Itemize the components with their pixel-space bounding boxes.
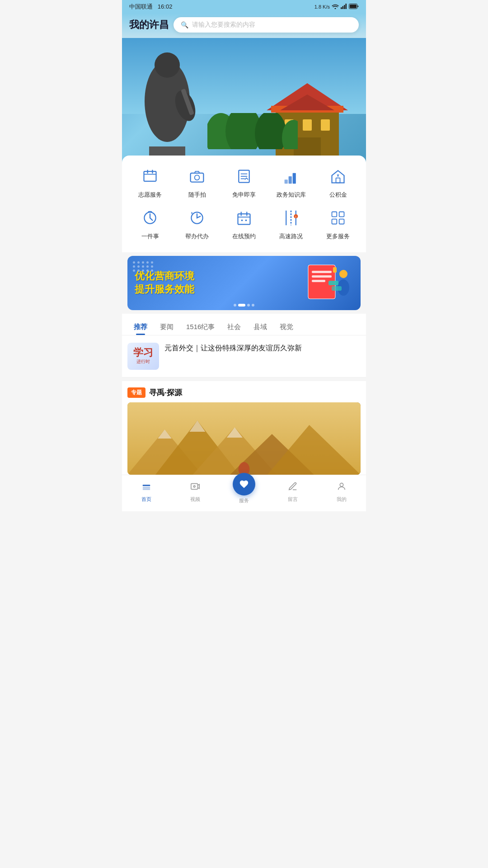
svg-rect-51 (332, 212, 337, 217)
news-list: 学习 进行时 元首外交｜让这份特殊深厚的友谊历久弥新 (122, 335, 366, 377)
status-indicators: 1.8 K/s (314, 4, 359, 10)
tab-county[interactable]: 县域 (247, 319, 273, 335)
service-label-free-apply: 免申即享 (232, 191, 256, 199)
tab-visual[interactable]: 视觉 (273, 319, 300, 335)
hero-trees (207, 113, 317, 151)
svg-rect-52 (339, 212, 344, 217)
service-icon-one-thing (138, 206, 162, 230)
nav-video[interactable]: 视频 (177, 481, 213, 503)
svg-rect-40 (238, 214, 250, 224)
promotion-banner[interactable]: 优化营商环境提升服务效能 (127, 256, 361, 310)
services-row-1: 志愿服务 随手拍 免申即享 政务知识库 ¥ 公积金 (127, 165, 361, 199)
service-free-apply[interactable]: 免申即享 (224, 165, 264, 199)
nav-icon-message (288, 481, 298, 494)
service-agent[interactable]: 帮办代办 (177, 206, 217, 241)
banner-decoration (133, 261, 154, 272)
banner-dot-2[interactable] (247, 304, 250, 307)
wifi-icon (332, 4, 339, 10)
svg-rect-58 (312, 280, 325, 282)
service-label-one-thing: 一件事 (141, 232, 159, 241)
svg-rect-74 (143, 485, 150, 486)
banner-text: 优化营商环境提升服务效能 (135, 270, 304, 296)
svg-point-45 (245, 220, 247, 222)
svg-rect-61 (333, 267, 337, 273)
carrier-time: 中国联通 16:02 (129, 3, 172, 11)
svg-point-21 (255, 113, 286, 149)
search-bar[interactable]: 🔍 请输入您要搜索的内容 (174, 17, 359, 33)
svg-rect-1 (343, 6, 344, 9)
svg-rect-17 (321, 119, 330, 131)
svg-rect-53 (332, 219, 337, 224)
banner-dot-1[interactable] (238, 304, 245, 307)
nav-icon-service (233, 473, 255, 495)
service-icon-agent (185, 206, 209, 230)
news-item[interactable]: 学习 进行时 元首外交｜让这份特殊深厚的友谊历久弥新 (122, 335, 366, 377)
battery-icon (349, 4, 359, 10)
network-speed: 1.8 K/s (314, 4, 330, 9)
svg-rect-35 (293, 173, 296, 184)
svg-rect-36 (336, 178, 340, 183)
nav-home[interactable]: 首页 (128, 481, 164, 503)
nav-label-home: 首页 (141, 496, 151, 503)
topic-image[interactable] (127, 402, 361, 475)
svg-rect-0 (341, 7, 342, 9)
service-fund[interactable]: ¥ 公积金 (318, 165, 358, 199)
svg-rect-5 (350, 5, 357, 8)
service-icon-free-apply (232, 165, 256, 188)
service-more[interactable]: 更多服务 (318, 206, 358, 241)
nav-service[interactable]: 服务 (226, 480, 262, 504)
service-icon-photo (185, 165, 209, 188)
svg-rect-62 (328, 281, 338, 285)
svg-text:¥: ¥ (337, 173, 339, 178)
svg-rect-56 (312, 271, 332, 273)
signal-icon (341, 4, 347, 10)
nav-label-video: 视频 (190, 496, 200, 503)
service-icon-reserve (232, 206, 256, 230)
svg-point-28 (195, 175, 200, 180)
tab-society[interactable]: 社会 (221, 319, 247, 335)
service-icon-highway: ! (279, 206, 303, 230)
statue-figure (127, 47, 208, 165)
service-reserve[interactable]: 在线预约 (224, 206, 264, 241)
news-tabs: 推荐要闻1516纪事社会县域视觉 (122, 314, 366, 335)
nav-mine[interactable]: 我的 (324, 481, 360, 503)
nav-icon-video (190, 481, 200, 494)
svg-rect-77 (143, 489, 150, 490)
svg-rect-33 (285, 179, 288, 184)
service-icon-more (326, 206, 350, 230)
news-title: 元首外交｜让这份特殊深厚的友谊历久弥新 (164, 343, 361, 354)
tab-news[interactable]: 要闻 (154, 319, 180, 335)
service-photo[interactable]: 随手拍 (177, 165, 217, 199)
service-label-agent: 帮办代办 (185, 232, 209, 241)
service-one-thing[interactable]: 一件事 (130, 206, 170, 241)
hero-banner (122, 38, 366, 165)
search-icon: 🔍 (181, 21, 188, 28)
bottom-nav: 首页 视频 服务 留言 我的 (122, 475, 366, 511)
tab-recommend[interactable]: 推荐 (127, 319, 154, 335)
service-highway[interactable]: ! 高速路况 (271, 206, 311, 241)
search-placeholder: 请输入您要搜索的内容 (192, 21, 255, 29)
tab-1516[interactable]: 1516纪事 (180, 319, 221, 335)
service-knowledge[interactable]: 政务知识库 (271, 165, 311, 199)
banner-dots (234, 304, 254, 307)
service-volunteer[interactable]: 志愿服务 (130, 165, 170, 199)
service-label-more: 更多服务 (326, 232, 350, 241)
banner-dot-0[interactable] (234, 304, 236, 307)
svg-rect-78 (191, 483, 198, 489)
nav-message[interactable]: 留言 (275, 481, 311, 503)
svg-point-80 (340, 483, 343, 486)
banner-dot-3[interactable] (252, 304, 254, 307)
nav-icon-mine (337, 481, 347, 494)
svg-rect-3 (346, 4, 347, 9)
svg-point-44 (241, 220, 243, 222)
topic-title: 寻禹·探源 (149, 387, 182, 398)
services-row-2: 一件事 帮办代办 在线预约 ! 高速路况 (127, 206, 361, 241)
svg-rect-75 (143, 486, 150, 487)
svg-rect-34 (289, 176, 292, 184)
special-topic: 专题 寻禹·探源 (122, 377, 366, 475)
service-label-fund: 公积金 (329, 191, 347, 199)
nav-label-mine: 我的 (337, 496, 347, 503)
service-icon-knowledge (279, 165, 303, 188)
xuxi-logo: 学习 进行时 (133, 348, 153, 365)
app-title: 我的许昌 (129, 18, 169, 32)
